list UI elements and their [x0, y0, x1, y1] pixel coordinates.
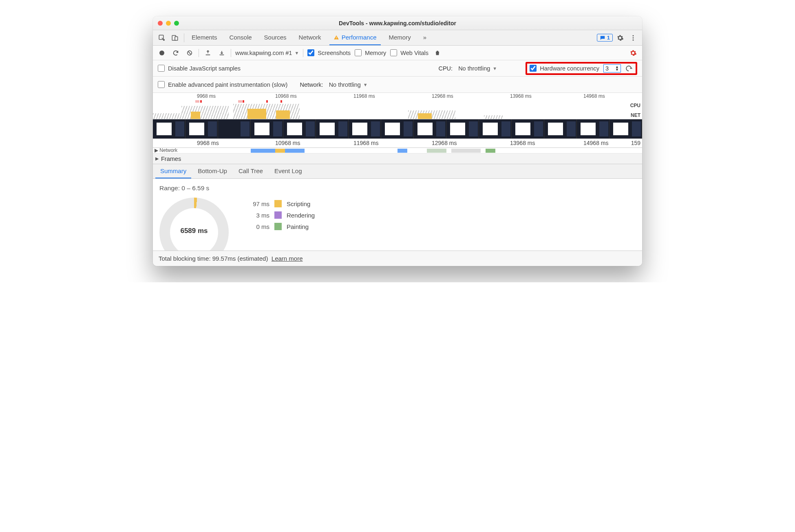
filmstrip-frame[interactable] [218, 119, 251, 138]
legend-swatch [274, 211, 282, 219]
track-label: ▶ Network [155, 147, 177, 153]
details-tabstrip: Summary Bottom-Up Call Tree Event Log [153, 164, 642, 179]
web-vitals-checkbox[interactable]: Web Vitals [390, 49, 428, 56]
kebab-menu-icon[interactable] [627, 32, 639, 44]
tab-call-tree[interactable]: Call Tree [234, 164, 268, 178]
hardware-concurrency-input[interactable] [530, 65, 537, 72]
tab-network[interactable]: Network [295, 30, 325, 45]
screenshots-filmstrip[interactable] [153, 119, 642, 139]
filmstrip-frame[interactable] [153, 119, 186, 138]
screenshots-checkbox-input[interactable] [307, 49, 314, 56]
tab-event-log[interactable]: Event Log [269, 164, 307, 178]
target-selector[interactable]: www.kapwing.com #1 ▼ [235, 50, 299, 56]
cpu-overview-chart [153, 100, 626, 119]
learn-more-link[interactable]: Learn more [272, 255, 303, 262]
filmstrip-frame[interactable] [479, 119, 512, 138]
filmstrip-frame[interactable] [316, 119, 349, 138]
flamechart-ruler[interactable]: 9968 ms 10968 ms 11968 ms 12968 ms 13968… [153, 139, 642, 148]
cpu-throttle-select[interactable]: No throttling ▼ [458, 65, 497, 72]
cpu-throttle-label: CPU: [438, 65, 453, 72]
capture-settings-row-2: Enable advanced paint instrumentation (s… [153, 77, 642, 93]
delete-icon[interactable] [433, 48, 442, 58]
clear-button[interactable] [185, 48, 194, 58]
advanced-paint-checkbox[interactable]: Enable advanced paint instrumentation (s… [158, 81, 287, 88]
settings-gear-icon[interactable] [614, 32, 626, 44]
network-track[interactable]: ▶ Network [153, 148, 642, 154]
save-profile-icon[interactable] [217, 48, 227, 58]
tab-memory[interactable]: Memory [385, 30, 415, 45]
filmstrip-frame[interactable] [414, 119, 446, 138]
panel-tabs: Elements Console Sources Network Perform… [188, 30, 431, 45]
filmstrip-frame[interactable] [577, 119, 610, 138]
devtools-tabstrip: Elements Console Sources Network Perform… [153, 30, 642, 46]
disclosure-triangle-icon: ▶ [155, 156, 159, 161]
load-profile-icon[interactable] [203, 48, 213, 58]
svg-rect-4 [336, 38, 336, 39]
tab-bottom-up[interactable]: Bottom-Up [193, 164, 232, 178]
net-label: NET [631, 112, 640, 118]
memory-checkbox[interactable]: Memory [355, 49, 386, 56]
number-value: 3 [605, 65, 613, 72]
filmstrip-frame[interactable] [446, 119, 479, 138]
filmstrip-frame[interactable] [381, 119, 414, 138]
feedback-badge[interactable]: 1 [597, 34, 613, 42]
legend-row: 3 ms Rendering [245, 211, 315, 219]
checkbox-label: Screenshots [318, 50, 351, 56]
legend-row: 97 ms Scripting [245, 200, 315, 207]
hardware-concurrency-checkbox[interactable]: Hardware concurrency [530, 65, 599, 72]
filmstrip-frame[interactable] [251, 119, 283, 138]
tab-sources[interactable]: Sources [260, 30, 291, 45]
tab-console[interactable]: Console [225, 30, 256, 45]
separator [199, 49, 199, 57]
advanced-paint-input[interactable] [158, 81, 165, 88]
tab-label: Sources [264, 34, 287, 41]
filmstrip-frame[interactable] [349, 119, 381, 138]
filmstrip-frame[interactable] [610, 119, 642, 138]
network-throttle-label: Network: [300, 81, 323, 88]
tab-label: Call Tree [238, 167, 263, 174]
filmstrip-frame[interactable] [186, 119, 218, 138]
ruler-mark: 9968 ms [197, 140, 219, 146]
hardware-concurrency-highlight: Hardware concurrency 3 ▲▼ [526, 62, 637, 75]
capture-settings-gear-icon[interactable] [628, 48, 638, 58]
disable-js-samples-checkbox[interactable]: Disable JavaScript samples [158, 65, 241, 72]
chat-icon [600, 35, 605, 41]
stepper-icon[interactable]: ▲▼ [615, 66, 619, 71]
tab-summary[interactable]: Summary [155, 164, 191, 178]
ruler-mark: 13968 ms [510, 140, 535, 146]
overview-timeline[interactable]: 9968 ms 10968 ms 11968 ms 12968 ms 13968… [153, 93, 642, 119]
chevron-double-right-icon: » [423, 34, 426, 41]
screenshots-checkbox[interactable]: Screenshots [307, 49, 351, 56]
memory-checkbox-input[interactable] [355, 49, 362, 56]
hardware-concurrency-value[interactable]: 3 ▲▼ [603, 64, 621, 73]
separator [303, 49, 303, 57]
reset-concurrency-icon[interactable] [625, 65, 632, 72]
frames-track-header[interactable]: ▶ Frames [153, 154, 642, 164]
tab-label: Summary [160, 167, 186, 174]
filmstrip-frame[interactable] [512, 119, 544, 138]
svg-point-5 [633, 35, 634, 36]
record-button[interactable] [157, 48, 167, 58]
web-vitals-checkbox-input[interactable] [390, 49, 397, 56]
tab-overflow[interactable]: » [419, 30, 431, 45]
filmstrip-frame[interactable] [283, 119, 316, 138]
tab-label: Console [230, 34, 252, 41]
disable-js-samples-input[interactable] [158, 65, 165, 72]
network-throttle-select[interactable]: No throttling ▼ [329, 81, 368, 88]
summary-footer: Total blocking time: 99.57ms (estimated)… [153, 251, 642, 266]
legend-label: Rendering [287, 212, 315, 219]
tab-performance[interactable]: Performance [329, 30, 381, 45]
frames-label: Frames [161, 156, 181, 162]
checkbox-label: Enable advanced paint instrumentation (s… [168, 81, 287, 88]
summary-donut: 6589 ms [159, 198, 229, 251]
overview-ruler: 9968 ms 10968 ms 11968 ms 12968 ms 13968… [153, 93, 642, 100]
ruler-mark: 14968 ms [583, 93, 605, 99]
summary-legend: 97 ms Scripting 3 ms Rendering 0 ms Pain… [245, 200, 315, 230]
reload-record-button[interactable] [171, 48, 181, 58]
inspect-element-icon[interactable] [156, 32, 168, 44]
tab-elements[interactable]: Elements [188, 30, 221, 45]
device-toolbar-icon[interactable] [169, 32, 181, 44]
filmstrip-frame[interactable] [544, 119, 577, 138]
legend-value: 97 ms [245, 200, 269, 207]
tab-label: Network [299, 34, 321, 41]
